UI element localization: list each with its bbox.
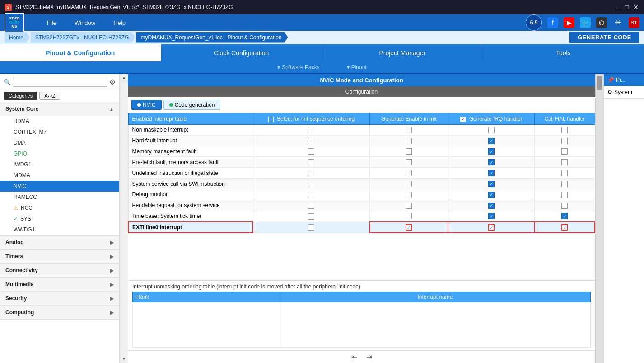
seq-checkbox[interactable] [308,192,314,198]
enable-checkbox[interactable] [406,213,412,219]
menu-file[interactable]: File [38,14,65,31]
sidebar-item-dma[interactable]: DMA [0,137,119,148]
sidebar-item-sys[interactable]: ✓ SYS [0,213,119,224]
scroll-down-arrow[interactable]: ▼ [120,356,128,363]
youtube-icon[interactable]: ▶ [564,17,574,28]
irq-checkbox-checked[interactable]: ✓ [488,138,495,144]
irq-checkbox-checked[interactable]: ✓ [488,192,495,198]
hal-checkbox-checked-red[interactable]: ✓ [561,224,568,231]
right-panel-tab-system[interactable]: ⚙ System [604,86,644,99]
sidebar-scroll-arrows: ▲ ▼ [120,74,128,363]
irq-checkbox-checked[interactable]: ✓ [488,148,495,155]
subtab-pinout[interactable]: ▾ Pinout [347,64,367,71]
hal-checkbox[interactable] [561,148,568,155]
enable-checkbox-cell[interactable] [370,125,448,136]
st-icon[interactable]: ST [629,17,639,28]
network-icon[interactable]: ✳ [612,17,623,28]
menu-window[interactable]: Window [65,14,104,31]
sidebar-item-wwdg1[interactable]: WWDG1 [0,224,119,235]
seq-checkbox[interactable] [308,127,314,133]
enable-checkbox[interactable] [406,138,412,144]
sidebar-item-cortex[interactable]: CORTEX_M7 [0,127,119,137]
subtab-software-packs[interactable]: ▾ Software Packs [277,64,319,71]
search-input[interactable] [13,77,107,87]
enable-checkbox[interactable] [406,170,412,176]
sidebar-item-nvic[interactable]: NVIC [0,181,119,192]
breadcrumb-device[interactable]: STM32H723ZGTx - NUCLEO-H723ZG [31,32,135,43]
generate-code-button[interactable]: GENERATE CODE [569,32,639,43]
sidebar-item-bdma[interactable]: BDMA [0,116,119,127]
irq-checkbox-checked-red[interactable]: ✓ [488,224,495,231]
hal-checkbox[interactable] [561,170,568,176]
seq-checkbox[interactable] [308,213,314,220]
irq-checkbox-checked[interactable]: ✓ [488,181,495,187]
hal-checkbox[interactable] [561,138,568,144]
breadcrumb-home[interactable]: Home [5,32,30,43]
section-header-computing[interactable]: Computing ▶ [0,306,119,319]
expand-left-icon[interactable]: ⇤ [351,353,357,361]
irq-checkbox-checked[interactable]: ✓ [488,203,495,209]
tab-az[interactable]: A->Z [39,92,60,100]
minimize-button[interactable]: — [614,4,621,11]
section-header-system-core[interactable]: System Core ▲ [0,102,119,116]
interrupt-name-cell: Non maskable interrupt [128,125,253,136]
enable-checkbox[interactable] [406,203,412,209]
nvic-table: Enabled interrupt table Select for init … [128,113,595,233]
hal-checkbox[interactable] [561,192,568,198]
maximize-button[interactable]: □ [623,4,630,11]
sidebar-item-rcc[interactable]: ⚠ RCC [0,203,119,213]
twitter-icon[interactable]: 🐦 [580,17,591,28]
seq-checkbox[interactable] [308,170,314,176]
hal-checkbox-checked[interactable]: ✓ [561,213,568,219]
section-header-security[interactable]: Security ▶ [0,292,119,305]
hal-checkbox[interactable] [561,181,568,187]
seq-checkbox[interactable] [308,224,314,231]
seq-checkbox[interactable] [308,159,314,165]
github-icon[interactable]: ⌬ [596,17,607,28]
tab-categories[interactable]: Categories [4,92,37,100]
section-header-analog[interactable]: Analog ▶ [0,236,119,249]
enable-checkbox-checked-red[interactable]: ✓ [406,224,412,231]
enable-checkbox[interactable] [406,127,412,133]
hal-checkbox[interactable] [561,127,568,133]
enable-checkbox[interactable] [406,148,412,155]
sidebar-item-mdma[interactable]: MDMA [0,170,119,181]
close-button[interactable]: ✕ [632,4,639,11]
hal-checkbox-cell[interactable] [535,125,595,136]
irq-checkbox-checked[interactable]: ✓ [488,213,495,219]
expand-right-icon[interactable]: ⇥ [366,353,372,361]
tab-pinout[interactable]: Pinout & Configuration [0,44,161,61]
enable-checkbox[interactable] [406,192,412,198]
section-header-multimedia[interactable]: Multimedia ▶ [0,278,119,291]
irq-checkbox[interactable] [488,127,495,133]
breadcrumb-project[interactable]: myDMAMUX_RequestGen_v1.ioc - Pinout & Co… [136,32,288,43]
tab-tools[interactable]: Tools [483,44,644,61]
seq-checkbox-cell[interactable] [253,125,370,136]
right-panel-tab-pinout[interactable]: 📌 Pi... [604,74,644,86]
hal-checkbox[interactable] [561,203,568,209]
section-header-connectivity[interactable]: Connectivity ▶ [0,264,119,277]
facebook-icon[interactable]: f [547,17,558,28]
enable-checkbox[interactable] [406,159,412,165]
seq-checkbox[interactable] [308,203,314,209]
nvic-tab-codegen[interactable]: Code generation [163,100,221,110]
seq-checkbox[interactable] [308,148,314,155]
hal-checkbox[interactable] [561,159,568,165]
sidebar-item-gpio[interactable]: GPIO [0,148,119,159]
seq-checkbox[interactable] [308,181,314,187]
irq-checkbox-checked[interactable]: ✓ [488,159,495,165]
tab-clock[interactable]: Clock Configuration [161,44,322,61]
seq-checkbox[interactable] [308,138,314,144]
menu-help[interactable]: Help [104,14,135,31]
irq-checkbox-checked[interactable]: ✓ [488,170,495,176]
scroll-up-arrow[interactable]: ▲ [120,74,128,81]
enable-checkbox[interactable] [406,181,412,187]
sidebar-item-ramecc[interactable]: RAMECC [0,192,119,203]
section-header-timers[interactable]: Timers ▶ [0,250,119,263]
sidebar-item-iwdg1[interactable]: IWDG1 [0,159,119,170]
irq-checkbox-cell[interactable] [448,125,535,136]
tab-project[interactable]: Project Manager [322,44,483,61]
right-scroll-thumb[interactable] [597,76,602,90]
gear-icon[interactable]: ⚙ [109,78,116,86]
nvic-tab-nvic[interactable]: NVIC [131,100,162,110]
